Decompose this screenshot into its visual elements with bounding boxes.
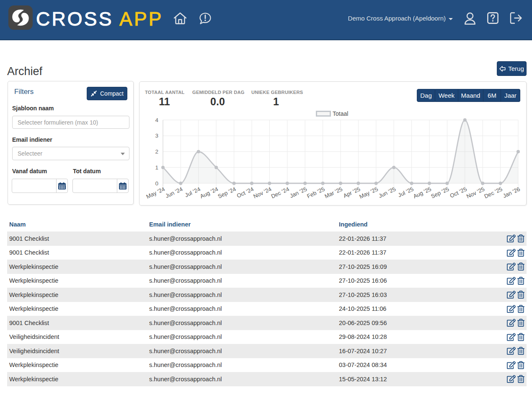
svg-text:0: 0 [155, 180, 158, 187]
svg-text:Jan ’25: Jan ’25 [289, 186, 308, 199]
svg-text:Nov ’25: Nov ’25 [465, 186, 486, 200]
svg-text:Oct ’24: Oct ’24 [236, 186, 255, 199]
svg-text:Apr ’25: Apr ’25 [342, 186, 361, 199]
svg-text:Jul ’25: Jul ’25 [397, 186, 415, 198]
svg-text:Dec ’24: Dec ’24 [270, 186, 290, 200]
svg-text:Aug ’24: Aug ’24 [199, 186, 219, 200]
svg-text:Mar ’25: Mar ’25 [324, 186, 343, 200]
svg-text:Sep ’24: Sep ’24 [217, 186, 237, 200]
svg-text:Jul ’24: Jul ’24 [184, 186, 201, 198]
svg-text:Aug ’25: Aug ’25 [412, 186, 432, 200]
svg-text:Sep ’25: Sep ’25 [430, 186, 450, 200]
svg-text:Jun ’25: Jun ’25 [377, 186, 397, 199]
svg-text:3: 3 [155, 133, 158, 139]
svg-text:Nov ’24: Nov ’24 [252, 186, 272, 200]
svg-text:Oct ’25: Oct ’25 [449, 186, 468, 199]
svg-text:May ’25: May ’25 [359, 186, 379, 200]
svg-text:1: 1 [155, 164, 158, 171]
svg-text:Feb ’25: Feb ’25 [306, 186, 325, 200]
svg-text:Dec ’25: Dec ’25 [483, 186, 504, 200]
svg-text:Jan ’26: Jan ’26 [502, 186, 521, 199]
svg-text:2: 2 [155, 148, 158, 155]
svg-text:Jun ’24: Jun ’24 [165, 186, 184, 199]
svg-text:4: 4 [155, 117, 158, 123]
svg-text:May ’24: May ’24 [145, 186, 166, 200]
